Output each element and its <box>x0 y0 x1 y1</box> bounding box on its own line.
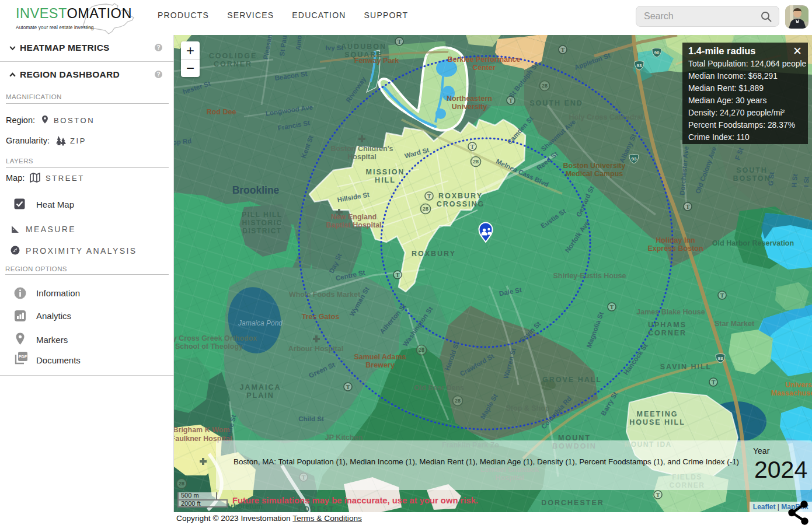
svg-text:H St: H St <box>790 174 799 188</box>
svg-text:Arbour Hospital: Arbour Hospital <box>288 345 343 353</box>
svg-text:T: T <box>427 193 431 200</box>
svg-text:SOUTH END: SOUTH END <box>529 99 583 107</box>
svg-text:Boston UniversityMedical Campu: Boston UniversityMedical Campus <box>563 162 626 178</box>
svg-text:Rod Dee: Rod Dee <box>207 108 236 116</box>
svg-text:90: 90 <box>654 50 660 55</box>
svg-text:T: T <box>396 272 400 278</box>
svg-text:MEETINGHOUSE HILL: MEETINGHOUSE HILL <box>629 410 685 426</box>
svg-text:28: 28 <box>419 347 424 353</box>
svg-text:Holy Cross Cathedral: Holy Cross Cathedral <box>569 113 643 121</box>
svg-text:T: T <box>471 144 475 150</box>
svg-text:T: T <box>712 379 716 386</box>
svg-text:28: 28 <box>473 159 479 164</box>
svg-text:Old Bear Dens: Old Bear Dens <box>414 384 464 392</box>
svg-text:PDF: PDF <box>19 354 27 359</box>
svg-text:T: T <box>610 304 614 310</box>
svg-text:28: 28 <box>455 398 461 404</box>
svg-text:NortheasternUniversity: NortheasternUniversity <box>447 94 492 111</box>
svg-text:ROXBURYCROSSING: ROXBURYCROSSING <box>437 192 485 208</box>
svg-text:SAVIN HILL: SAVIN HILL <box>660 363 712 371</box>
svg-text:93: 93 <box>632 156 637 162</box>
svg-text:28: 28 <box>542 83 548 89</box>
svg-text:Star Market: Star Market <box>715 320 755 328</box>
svg-text:PILL HILLHISTORICDISTRICT: PILL HILLHISTORICDISTRICT <box>242 211 282 235</box>
svg-text:Brookline: Brookline <box>232 184 280 196</box>
svg-text:Stop & Shop: Stop & Shop <box>506 404 550 412</box>
svg-text:93: 93 <box>718 356 723 361</box>
svg-text:28: 28 <box>179 481 184 487</box>
svg-text:GROVE HALL: GROVE HALL <box>542 376 602 384</box>
svg-text:New EnglandBaptist Hospital: New EnglandBaptist Hospital <box>326 213 381 229</box>
svg-text:DORCHESTER: DORCHESTER <box>541 499 604 507</box>
svg-text:Univers: Univers <box>785 381 812 389</box>
svg-text:28: 28 <box>423 206 428 212</box>
svg-text:Holiday InnExpress Boston: Holiday InnExpress Boston <box>647 236 703 253</box>
svg-text:Whole Foods Market: Whole Foods Market <box>289 290 361 299</box>
svg-text:Tres Gatos: Tres Gatos <box>302 313 340 321</box>
svg-text:Shirley-Eustis House: Shirley-Eustis House <box>553 272 626 280</box>
svg-text:COOLIDGECORNER: COOLIDGECORNER <box>209 52 257 68</box>
svg-text:T: T <box>686 204 690 210</box>
svg-text:Fenway Park: Fenway Park <box>354 57 399 65</box>
svg-text:T: T <box>346 384 350 390</box>
svg-text:Ivy St: Ivy St <box>326 44 344 51</box>
svg-text:I St: I St <box>802 176 810 187</box>
svg-text:Jamaica Pond: Jamaica Pond <box>238 319 283 327</box>
svg-text:93: 93 <box>637 63 642 68</box>
svg-text:G St: G St <box>767 172 775 186</box>
svg-text:Brigham K Wom: Brigham K Wom <box>174 426 230 434</box>
svg-text:ROXBURY: ROXBURY <box>412 250 456 258</box>
svg-text:T: T <box>656 492 660 498</box>
svg-text:Old Harbor Reservation: Old Harbor Reservation <box>712 239 794 247</box>
svg-text:Child St: Child St <box>298 415 324 422</box>
svg-text:FOREST: FOREST <box>298 505 335 512</box>
svg-text:SOUTHBOSTON: SOUTHBOSTON <box>733 166 771 183</box>
svg-text:UPHAMSCORNER: UPHAMSCORNER <box>648 321 686 337</box>
svg-text:T: T <box>561 47 565 53</box>
svg-text:T: T <box>398 38 402 45</box>
svg-text:James Blake House: James Blake House <box>636 308 705 316</box>
svg-text:Massachuset: Massachuset <box>771 389 812 397</box>
svg-text:T: T <box>720 292 724 299</box>
